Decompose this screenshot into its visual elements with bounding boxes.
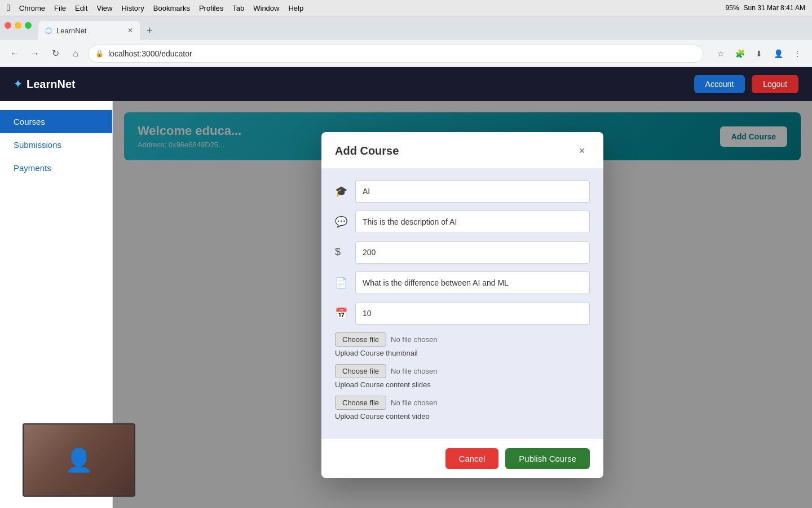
datetime: Sun 31 Mar 8:41 AM: [744, 4, 805, 12]
lock-icon: 🔒: [95, 50, 104, 58]
menu-profiles[interactable]: Profiles: [199, 4, 223, 12]
bookmark-btn[interactable]: ☆: [713, 46, 729, 62]
menu-view[interactable]: View: [96, 4, 112, 12]
publish-course-button[interactable]: Publish Course: [505, 448, 590, 469]
window-close-btn[interactable]: [5, 22, 11, 29]
browser-tab[interactable]: ⬡ LearnNet ✕: [38, 21, 140, 40]
modal-close-btn[interactable]: ×: [574, 143, 590, 159]
menu-history[interactable]: History: [121, 4, 144, 12]
menu-file[interactable]: File: [54, 4, 66, 12]
menu-btn[interactable]: ⋮: [789, 46, 805, 62]
logo-text: LearnNet: [27, 78, 76, 91]
menu-window[interactable]: Window: [253, 4, 279, 12]
url-text: localhost:3000/educator: [108, 49, 192, 58]
price-icon: $: [335, 246, 348, 258]
price-row: $: [335, 241, 590, 264]
address-bar[interactable]: 🔒 localhost:3000/educator: [88, 45, 704, 63]
course-name-input[interactable]: [355, 180, 590, 203]
sidebar-item-submissions[interactable]: Submissions: [0, 133, 112, 156]
forward-btn[interactable]: →: [27, 46, 43, 62]
menu-bookmarks[interactable]: Bookmarks: [153, 4, 190, 12]
extensions-btn[interactable]: 🧩: [732, 46, 748, 62]
sidebar-item-courses[interactable]: Courses: [0, 110, 112, 133]
mac-menubar:  Chrome File Edit View History Bookmark…: [0, 0, 812, 16]
cancel-button[interactable]: Cancel: [445, 448, 499, 469]
apple-icon: : [7, 3, 10, 13]
back-btn[interactable]: ←: [7, 46, 23, 62]
header-actions: Account Logout: [694, 75, 798, 93]
menubar-right: 95% Sun 31 Mar 8:41 AM: [726, 4, 805, 12]
battery-status: 95%: [726, 4, 739, 12]
question-row: 📄: [335, 271, 590, 294]
upload-slides-section: Choose file No file chosen Upload Course…: [335, 364, 590, 389]
upload-video-section: Choose file No file chosen Upload Course…: [335, 396, 590, 421]
account-button[interactable]: Account: [694, 75, 745, 93]
new-tab-btn[interactable]: +: [140, 21, 160, 40]
slides-upload-label: Upload Course content slides: [335, 380, 590, 389]
app-header: ✦ LearnNet Account Logout: [0, 67, 812, 101]
add-course-modal: Add Course × 🎓 💬: [321, 132, 603, 478]
modal-overlay: Add Course × 🎓 💬: [113, 101, 812, 508]
choose-file-video-btn[interactable]: Choose file: [335, 396, 386, 410]
sidebar-item-payments[interactable]: Payments: [0, 156, 112, 179]
description-icon: 💬: [335, 216, 348, 228]
upload-slides-row: Choose file No file chosen: [335, 364, 590, 378]
number-icon: 📅: [335, 307, 348, 319]
chrome-actions: ☆ 🧩 ⬇ 👤 ⋮: [713, 46, 805, 62]
webcam-preview: 👤: [23, 423, 135, 497]
number-row: 📅: [335, 302, 590, 325]
description-input[interactable]: [355, 211, 590, 233]
question-icon: 📄: [335, 277, 348, 289]
upload-thumbnail-section: Choose file No file chosen Upload Course…: [335, 332, 590, 357]
video-upload-label: Upload Course content video: [335, 412, 590, 421]
reload-btn[interactable]: ↻: [47, 46, 63, 62]
profile-btn[interactable]: 👤: [770, 46, 786, 62]
tab-favicon: ⬡: [45, 26, 52, 35]
chrome-toolbar: ← → ↻ ⌂ 🔒 localhost:3000/educator ☆ 🧩 ⬇ …: [0, 40, 812, 67]
price-input[interactable]: [355, 241, 590, 264]
description-row: 💬: [335, 211, 590, 233]
slides-file-status: No file chosen: [391, 367, 437, 375]
modal-footer: Cancel Publish Course: [321, 439, 603, 478]
course-name-row: 🎓: [335, 180, 590, 203]
thumbnail-upload-label: Upload Course thumbnail: [335, 349, 590, 357]
logout-button[interactable]: Logout: [752, 75, 798, 93]
modal-title: Add Course: [335, 144, 399, 157]
thumbnail-file-status: No file chosen: [391, 335, 437, 344]
course-name-icon: 🎓: [335, 185, 348, 198]
number-input[interactable]: [355, 302, 590, 325]
tab-close-btn[interactable]: ✕: [127, 27, 133, 34]
question-input[interactable]: [355, 271, 590, 294]
download-btn[interactable]: ⬇: [751, 46, 767, 62]
menu-tab[interactable]: Tab: [232, 4, 244, 12]
app-logo: ✦ LearnNet: [14, 78, 76, 91]
content-area: Welcome educa... Address: 0x96e6849D25..…: [113, 101, 812, 508]
window-minimize-btn[interactable]: [15, 22, 21, 29]
menu-chrome[interactable]: Chrome: [19, 4, 45, 12]
video-file-status: No file chosen: [391, 398, 437, 407]
upload-video-row: Choose file No file chosen: [335, 396, 590, 410]
modal-header: Add Course ×: [321, 132, 603, 169]
logo-icon: ✦: [14, 78, 22, 90]
menu-help[interactable]: Help: [288, 4, 303, 12]
home-btn[interactable]: ⌂: [68, 46, 83, 62]
modal-body: 🎓 💬 $: [321, 169, 603, 439]
choose-file-slides-btn[interactable]: Choose file: [335, 364, 386, 378]
choose-file-thumbnail-btn[interactable]: Choose file: [335, 332, 386, 347]
webcam-image: 👤: [24, 424, 134, 496]
menu-edit[interactable]: Edit: [75, 4, 87, 12]
window-maximize-btn[interactable]: [25, 22, 32, 29]
tab-label: LearnNet: [56, 27, 86, 35]
upload-thumbnail-row: Choose file No file chosen: [335, 332, 590, 347]
